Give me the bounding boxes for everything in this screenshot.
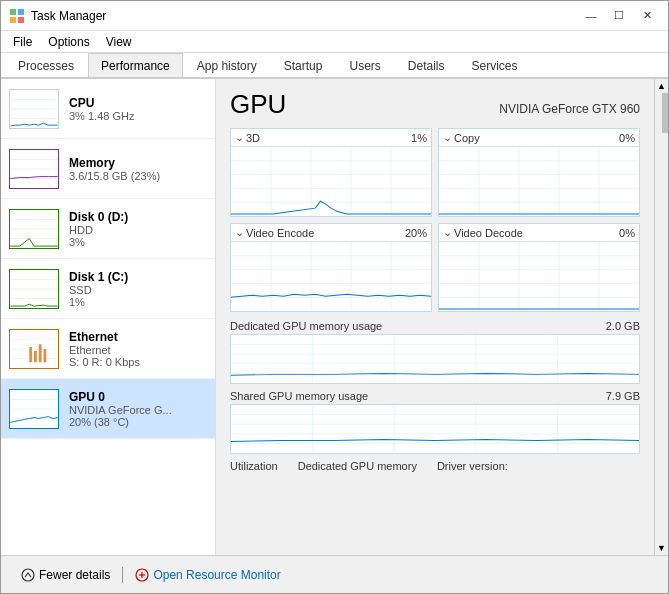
- tab-processes[interactable]: Processes: [5, 53, 87, 77]
- svg-rect-3: [18, 17, 24, 23]
- chart-decode-name: Video Decode: [454, 227, 523, 239]
- gpu-title: GPU: [230, 89, 286, 120]
- sidebar-item-ethernet[interactable]: Ethernet Ethernet S: 0 R: 0 Kbps: [1, 319, 215, 379]
- disk0-name: Disk 0 (D:): [69, 210, 207, 224]
- chart-copy-percent: 0%: [619, 132, 635, 144]
- charts-grid: ⌄ 3D 1%: [230, 128, 640, 312]
- resource-monitor-btn[interactable]: Open Resource Monitor: [135, 568, 280, 582]
- scroll-up-btn[interactable]: ▲: [655, 79, 669, 93]
- tab-users[interactable]: Users: [336, 53, 393, 77]
- sidebar-info-ethernet: Ethernet Ethernet S: 0 R: 0 Kbps: [69, 330, 207, 368]
- chevron-up-icon: [21, 568, 35, 582]
- footer-left: Fewer details Open Resource Monitor: [11, 567, 291, 583]
- disk1-sub: SSD: [69, 284, 207, 296]
- chart-3d-header: ⌄ 3D 1%: [231, 129, 431, 146]
- window-controls: — ☐ ✕: [578, 6, 660, 26]
- cpu-stat: 3% 1.48 GHz: [69, 110, 207, 122]
- gpu-header: GPU NVIDIA GeForce GTX 960: [230, 89, 640, 120]
- dedicated-memory-label: Dedicated GPU memory usage: [230, 320, 382, 332]
- shared-memory-header: Shared GPU memory usage 7.9 GB: [230, 390, 640, 402]
- chevron-decode-icon: ⌄: [443, 226, 452, 239]
- menu-file[interactable]: File: [5, 33, 40, 51]
- menu-bar: File Options View: [1, 31, 668, 53]
- sidebar-item-disk1[interactable]: Disk 1 (C:) SSD 1%: [1, 259, 215, 319]
- dedicated-memory-header: Dedicated GPU memory usage 2.0 GB: [230, 320, 640, 332]
- window-title: Task Manager: [31, 9, 106, 23]
- chart-copy: ⌄ Copy 0%: [438, 128, 640, 217]
- svg-rect-22: [39, 344, 42, 362]
- stat-dedicated-memory: Dedicated GPU memory: [298, 460, 417, 472]
- chart-encode-area: [231, 241, 431, 311]
- chart-decode-label: ⌄ Video Decode: [443, 226, 523, 239]
- footer-divider: [122, 567, 123, 583]
- chart-3d-label: ⌄ 3D: [235, 131, 260, 144]
- sidebar-info-cpu: CPU 3% 1.48 GHz: [69, 96, 207, 122]
- ethernet-stat: S: 0 R: 0 Kbps: [69, 356, 207, 368]
- ethernet-sub: Ethernet: [69, 344, 207, 356]
- ethernet-name: Ethernet: [69, 330, 207, 344]
- sidebar-graph-disk0: [9, 209, 59, 249]
- chart-copy-name: Copy: [454, 132, 480, 144]
- app-icon: [9, 8, 25, 24]
- chart-encode-name: Video Encode: [246, 227, 314, 239]
- memory-stat: 3.6/15.8 GB (23%): [69, 170, 207, 182]
- sidebar-graph-disk1: [9, 269, 59, 309]
- tab-startup[interactable]: Startup: [271, 53, 336, 77]
- chart-decode-area: [439, 241, 639, 311]
- memory-name: Memory: [69, 156, 207, 170]
- shared-memory-value: 7.9 GB: [606, 390, 640, 402]
- sidebar: CPU 3% 1.48 GHz Memory 3.6/15.8 GB (23: [1, 79, 216, 555]
- chart-copy-area: [439, 146, 639, 216]
- tab-performance[interactable]: Performance: [88, 53, 183, 77]
- fewer-details-label: Fewer details: [39, 568, 110, 582]
- chevron-copy-icon: ⌄: [443, 131, 452, 144]
- svg-rect-21: [34, 350, 37, 361]
- menu-options[interactable]: Options: [40, 33, 97, 51]
- menu-view[interactable]: View: [98, 33, 140, 51]
- chart-3d-area: [231, 146, 431, 216]
- title-bar: Task Manager — ☐ ✕: [1, 1, 668, 31]
- chart-3d-name: 3D: [246, 132, 260, 144]
- chart-3d: ⌄ 3D 1%: [230, 128, 432, 217]
- sidebar-info-gpu: GPU 0 NVIDIA GeForce G... 20% (38 °C): [69, 390, 207, 428]
- sidebar-item-disk0[interactable]: Disk 0 (D:) HDD 3%: [1, 199, 215, 259]
- svg-point-75: [22, 569, 34, 581]
- dedicated-memory-value: 2.0 GB: [606, 320, 640, 332]
- chart-copy-header: ⌄ Copy 0%: [439, 129, 639, 146]
- chart-video-encode: ⌄ Video Encode 20%: [230, 223, 432, 312]
- close-button[interactable]: ✕: [634, 6, 660, 26]
- scrollbar[interactable]: ▲ ▼: [654, 79, 668, 555]
- sidebar-item-gpu[interactable]: GPU 0 NVIDIA GeForce G... 20% (38 °C): [1, 379, 215, 439]
- chart-encode-header: ⌄ Video Encode 20%: [231, 224, 431, 241]
- svg-rect-20: [29, 347, 32, 362]
- scroll-thumb[interactable]: [662, 93, 669, 133]
- chart-encode-label: ⌄ Video Encode: [235, 226, 314, 239]
- main-content: CPU 3% 1.48 GHz Memory 3.6/15.8 GB (23: [1, 79, 668, 555]
- maximize-button[interactable]: ☐: [606, 6, 632, 26]
- footer-bar: Fewer details Open Resource Monitor: [1, 555, 668, 593]
- tab-services[interactable]: Services: [459, 53, 531, 77]
- tab-details[interactable]: Details: [395, 53, 458, 77]
- svg-rect-23: [44, 349, 47, 362]
- sidebar-item-memory[interactable]: Memory 3.6/15.8 GB (23%): [1, 139, 215, 199]
- chart-video-decode: ⌄ Video Decode 0%: [438, 223, 640, 312]
- scroll-down-btn[interactable]: ▼: [655, 541, 669, 555]
- svg-rect-0: [10, 9, 16, 15]
- sidebar-item-cpu[interactable]: CPU 3% 1.48 GHz: [1, 79, 215, 139]
- dedicated-memory-section: Dedicated GPU memory usage 2.0 GB: [230, 320, 640, 384]
- dedicated-memory-chart: [230, 334, 640, 384]
- resource-monitor-label: Open Resource Monitor: [153, 568, 280, 582]
- disk0-stat: 3%: [69, 236, 207, 248]
- sidebar-graph-ethernet: [9, 329, 59, 369]
- tab-app-history[interactable]: App history: [184, 53, 270, 77]
- svg-rect-1: [18, 9, 24, 15]
- shared-memory-label: Shared GPU memory usage: [230, 390, 368, 402]
- resource-monitor-icon: [135, 568, 149, 582]
- fewer-details-btn[interactable]: Fewer details: [21, 568, 110, 582]
- chart-encode-percent: 20%: [405, 227, 427, 239]
- sidebar-info-disk0: Disk 0 (D:) HDD 3%: [69, 210, 207, 248]
- minimize-button[interactable]: —: [578, 6, 604, 26]
- gpu-sidebar-sub: NVIDIA GeForce G...: [69, 404, 207, 416]
- stat-driver-version: Driver version:: [437, 460, 508, 472]
- sidebar-graph-gpu: [9, 389, 59, 429]
